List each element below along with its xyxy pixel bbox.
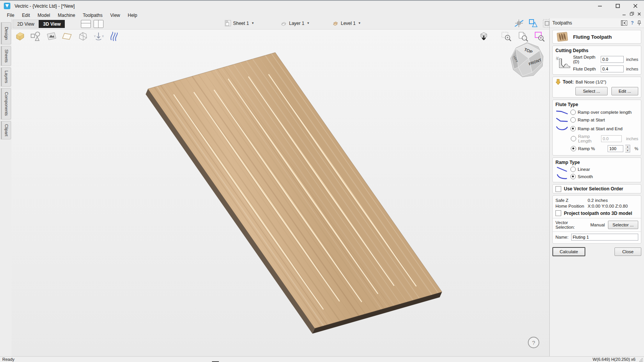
flute-depth-label: Flute Depth [573,67,601,71]
mdi-restore-icon[interactable] [630,12,634,16]
menu-view[interactable]: View [106,12,124,19]
use-vector-order-checkbox[interactable] [555,186,561,192]
tool-select-button[interactable]: Select ... [575,87,608,95]
tool-label: Tool: [563,79,573,85]
ramp-complete-glyph-icon [555,110,568,115]
resize-grip[interactable] [639,358,643,362]
project-toolpath-label: Project toolpath onto 3D model [564,211,632,216]
material-block-icon[interactable] [14,31,26,42]
snap-toolbar [514,18,552,28]
svg-text:6: 6 [557,57,558,60]
ramp-pct-radio[interactable] [571,146,576,151]
bitmap-image-icon[interactable] [45,31,58,42]
home-position-label: Home Position [555,204,588,208]
sidebar-tab-design[interactable]: Design [1,22,11,44]
sheet-selector[interactable]: Sheet 1▼ [225,20,254,26]
toolpath-name-input[interactable] [571,234,638,241]
view-cube[interactable]: TOP FRONT LEFT [507,40,551,82]
panel-header: Toolpaths ? [550,18,644,28]
flute-depth-input[interactable] [601,66,624,72]
ramp-length-radio[interactable] [571,136,576,141]
sheet-icon [225,20,231,26]
menu-file[interactable]: File [3,12,18,19]
vector-selection-label: Vector Selection: [555,220,584,229]
question-mark-glyph: ? [532,339,535,346]
split-horizontal-icon[interactable] [81,20,91,28]
origin-anchor-icon[interactable]: YX [92,31,105,42]
ramp-pct-spinner[interactable]: ▲▼ [625,145,630,152]
start-depth-label: Start Depth (D) [573,55,601,64]
ramp-start-radio[interactable] [570,117,576,123]
ramp-smooth-radio[interactable] [570,174,576,179]
tool-arrow-icon [555,79,561,85]
left-tab-strip: Design Sheets Layers Components Clipart [0,19,12,356]
calculate-button[interactable]: Calculate [552,247,585,256]
toolpaths-panel: Toolpaths ? Fluting Toolpath Cutting Dep… [549,18,644,356]
close-button[interactable] [626,1,644,11]
tool-card: Tool: Ball Nose (1/2") Select ... Edit .… [552,77,641,98]
sidebar-tab-clipart[interactable]: Clipart [1,121,11,139]
flute-type-heading: Flute Type [555,102,638,107]
start-depth-input[interactable] [601,56,624,63]
ramp-length-input[interactable] [601,135,622,142]
geometry-snap-icon[interactable] [528,19,538,28]
mdi-minimize-icon[interactable] [623,12,626,16]
panel-header-title: Toolpaths [552,20,621,26]
ramp-start-end-radio[interactable] [570,126,576,131]
split-vertical-icon[interactable] [94,20,104,28]
modeling-toolbar: YX [14,30,120,43]
close-panel-button[interactable]: Close [614,247,641,256]
vectric-logo-icon [4,3,10,9]
ramp-pct-input[interactable] [608,145,623,152]
ramp-type-card: Ramp Type Linear Smooth [552,157,641,182]
menu-machine[interactable]: Machine [54,12,79,19]
ramp-start-end-label: Ramp at Start and End [578,126,623,131]
layer-icon [280,20,287,26]
help-button[interactable]: ? [528,337,539,348]
wireframe-cube-icon[interactable] [77,31,89,42]
sidebar-tab-components[interactable]: Components [1,88,11,120]
layer-label: Layer 1 [289,21,304,26]
selector-button[interactable]: Selector ... [608,221,638,229]
ramp-length-units: inches [626,136,638,141]
tool-edit-button[interactable]: Edit ... [611,87,638,95]
flat-sheet-icon[interactable] [61,31,73,42]
snap-toggle-icon[interactable] [514,19,524,28]
tool-name: Ball Nose (1/2") [575,80,606,84]
start-depth-units: inches [626,57,638,62]
maximize-button[interactable] [609,1,626,11]
cutting-depths-heading: Cutting Depths [555,48,638,53]
menu-toolpaths[interactable]: Toolpaths [79,12,106,19]
menu-edit[interactable]: Edit [18,12,34,19]
toolpath-title-card: Fluting Toolpath [552,30,641,44]
view-down-cube-icon[interactable] [478,31,489,42]
home-position-value: X:0.00 Y:0.00 Z:0.80 [588,204,628,208]
svg-text:Y: Y [94,35,96,38]
sidebar-tab-layers[interactable]: Layers [1,67,11,87]
ramp-complete-radio[interactable] [570,110,576,115]
project-toolpath-checkbox[interactable] [555,210,561,216]
tab-2d-view[interactable]: 2D View [13,20,39,28]
tab-3d-view[interactable]: 3D View [39,20,65,28]
toolpath-title: Fluting Toolpath [573,34,612,40]
menu-help[interactable]: Help [124,12,141,19]
collapse-panel-icon[interactable] [621,20,628,26]
layer-selector[interactable]: Layer 1▼ [280,20,310,26]
menu-bar: File Edit Model Machine Toolpaths View H… [0,11,644,19]
ramp-type-heading: Ramp Type [555,160,638,165]
3d-view-canvas[interactable]: YX TOP FRONT LEFT [12,29,549,357]
mdi-close-icon[interactable] [637,12,641,16]
panel-help-icon[interactable]: ? [631,20,634,26]
material-board-3d [12,29,549,357]
menu-model[interactable]: Model [34,12,54,19]
vector-shapes-icon[interactable] [30,31,42,42]
ramp-linear-radio[interactable] [570,167,576,172]
ramp-linear-glyph-icon [555,167,568,172]
fluting-lines-icon[interactable] [108,31,120,42]
material-dimensions: W(6.649) H(20.250) x6 [593,357,636,362]
svg-text:X: X [102,35,104,38]
level-selector[interactable]: Level 1▼ [332,20,361,26]
pin-icon[interactable] [637,20,641,26]
sidebar-tab-sheets[interactable]: Sheets [1,46,11,66]
minimize-button[interactable] [591,1,609,11]
